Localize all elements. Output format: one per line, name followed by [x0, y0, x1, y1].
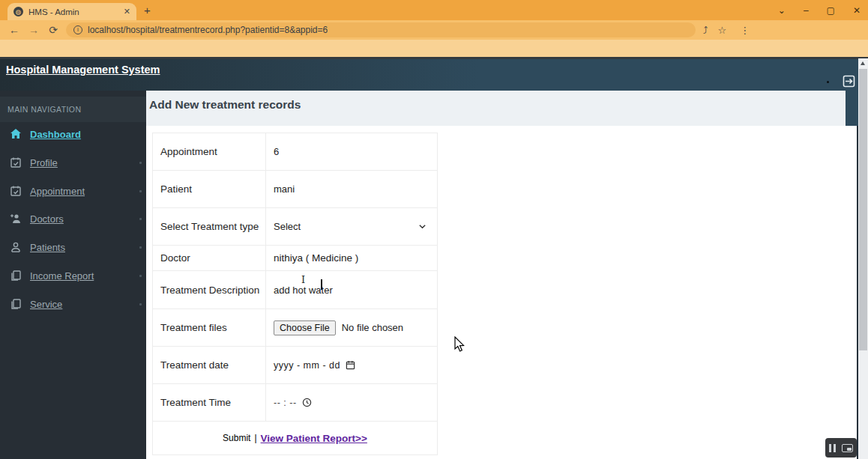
window-maximize-button[interactable]: ▢: [827, 5, 835, 16]
patient-value: mani: [266, 171, 437, 207]
person-add-icon: [10, 213, 22, 225]
field-label: Select Treatment type: [153, 208, 266, 245]
field-label: Treatment Description: [153, 271, 266, 308]
sidebar-section-label: MAIN NAVIGATION: [0, 97, 146, 122]
browser-toolbar: ← → ⟳ i localhost/hospital/treatmentreco…: [0, 20, 868, 40]
url-text: localhost/hospital/treatmentrecord.php?p…: [88, 25, 328, 35]
divider-text: |: [254, 433, 256, 443]
submenu-caret-icon: [139, 246, 142, 249]
sidebar: MAIN NAVIGATION Dashboard Profile Appoin…: [0, 91, 146, 459]
view-patient-report-link[interactable]: View Patient Report>>: [261, 433, 367, 444]
sidebar-item-doctors[interactable]: Doctors: [0, 204, 146, 233]
form-actions: Submit | View Patient Report>>: [153, 422, 437, 455]
calendar-check-icon: [10, 156, 22, 168]
submenu-caret-icon: [139, 162, 142, 164]
treatment-time-input[interactable]: -- : --: [266, 384, 437, 421]
form-row: Select Treatment type Select: [153, 208, 437, 246]
field-label: Treatment Time: [153, 384, 266, 421]
report-pages-icon: [10, 270, 22, 282]
bookmark-star-icon[interactable]: ☆: [718, 25, 727, 36]
sidebar-item-service[interactable]: Service: [0, 290, 146, 318]
bookmarks-bar: [0, 40, 868, 57]
submenu-caret-icon: [139, 190, 142, 192]
scrollbar-thumb[interactable]: [859, 69, 867, 350]
tab-favicon-globe-icon: ◍: [13, 7, 23, 16]
form-row: Treatment files Choose File No file chos…: [153, 309, 437, 347]
clock-icon[interactable]: [302, 398, 312, 407]
form-row: Doctor nithiya ( Medicine ): [153, 246, 437, 271]
window-minimize-button[interactable]: –: [804, 5, 809, 16]
scrollbar-up-arrow-icon[interactable]: [861, 61, 865, 65]
media-control-overlay[interactable]: [825, 438, 857, 458]
site-info-icon[interactable]: i: [73, 25, 82, 34]
treatment-form: Appointment 6 Patient mani Select Treatm…: [152, 133, 438, 455]
home-icon: [10, 128, 22, 140]
tab-search-chevron-icon[interactable]: ⌄: [778, 5, 786, 16]
appointment-value: 6: [266, 133, 437, 170]
choose-file-button[interactable]: Choose File: [274, 320, 336, 335]
form-row: Treatment Description add hot water: [153, 271, 437, 309]
app-header: Hospital Management System: [0, 59, 868, 91]
field-label: Treatment files: [153, 309, 266, 346]
form-row: Treatment date yyyy - mm - dd: [153, 347, 437, 384]
page-title: Add New treatment records: [146, 91, 846, 126]
share-icon[interactable]: ⤴: [703, 25, 708, 36]
sidebar-item-appointment[interactable]: Appointment: [0, 177, 146, 205]
pause-icon[interactable]: [829, 444, 836, 452]
address-bar[interactable]: i localhost/hospital/treatmentrecord.php…: [66, 22, 696, 37]
sidebar-item-dashboard[interactable]: Dashboard: [0, 120, 146, 148]
browser-menu-icon[interactable]: ⋮: [740, 25, 750, 36]
field-label: Doctor: [153, 246, 266, 270]
browser-tab[interactable]: ◍ HMS - Admin ✕: [7, 3, 136, 20]
text-caret: [321, 279, 322, 290]
ibeam-cursor: I: [300, 274, 307, 285]
forward-button[interactable]: →: [24, 24, 43, 36]
sidebar-item-income-report[interactable]: Income Report: [0, 261, 146, 290]
submenu-caret-icon: [139, 275, 142, 277]
treatment-type-select[interactable]: Select: [274, 221, 437, 232]
logout-icon[interactable]: [843, 75, 855, 88]
calendar-icon[interactable]: [346, 360, 355, 370]
browser-tab-strip: ◍ HMS - Admin ✕ + ⌄ – ▢ ✕: [0, 0, 868, 20]
file-status-text: No file chosen: [342, 322, 403, 333]
form-row: Treatment Time -- : --: [153, 384, 437, 422]
new-tab-button[interactable]: +: [144, 4, 151, 16]
field-label: Patient: [153, 171, 266, 207]
treatment-date-input[interactable]: yyyy - mm - dd: [266, 347, 437, 383]
field-label: Appointment: [153, 133, 266, 170]
window-close-button[interactable]: ✕: [853, 5, 861, 16]
chevron-down-icon: [418, 222, 427, 231]
back-button[interactable]: ←: [4, 24, 24, 36]
picture-in-picture-icon[interactable]: [842, 444, 853, 452]
mouse-cursor: [454, 336, 465, 356]
tab-title: HMS - Admin: [28, 7, 118, 16]
tab-close-icon[interactable]: ✕: [124, 7, 130, 16]
report-pages-icon: [10, 298, 22, 310]
person-icon: [10, 241, 22, 253]
header-dot: [827, 81, 829, 83]
treatment-description-input[interactable]: add hot water: [266, 271, 437, 308]
reload-button[interactable]: ⟳: [43, 24, 63, 36]
calendar-check-icon: [10, 185, 22, 197]
submit-button[interactable]: Submit: [223, 433, 250, 443]
submenu-caret-icon: [139, 218, 142, 220]
sidebar-item-profile[interactable]: Profile: [0, 148, 146, 177]
form-row: Appointment 6: [153, 133, 437, 171]
submenu-caret-icon: [139, 303, 142, 306]
app-title-link[interactable]: Hospital Management System: [6, 64, 160, 76]
doctor-value: nithiya ( Medicine ): [266, 246, 437, 270]
sidebar-item-patients[interactable]: Patients: [0, 233, 146, 261]
field-label: Treatment date: [153, 347, 266, 383]
form-row: Patient mani: [153, 171, 437, 208]
